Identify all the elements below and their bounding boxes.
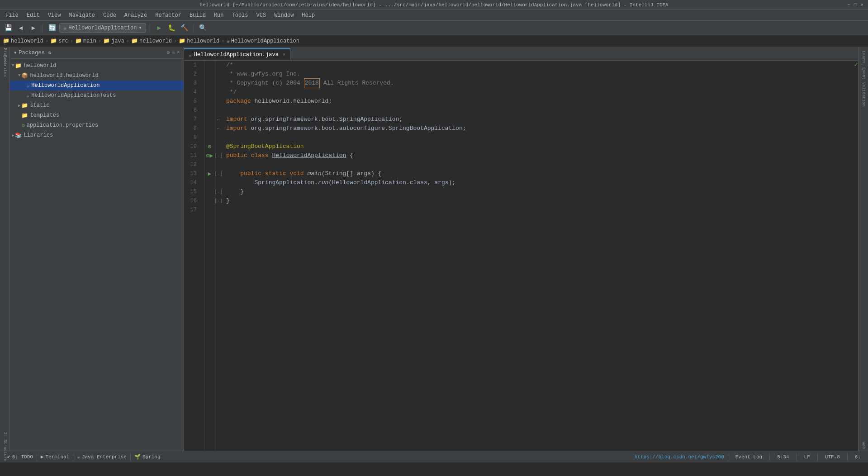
menu-bar: FileEditViewNavigateCodeAnalyzeRefactorB… bbox=[0, 10, 868, 21]
menu-item-file[interactable]: File bbox=[2, 11, 22, 19]
fold-11[interactable]: [-] bbox=[215, 151, 222, 160]
packages-dropdown-icon[interactable]: ▾ bbox=[14, 49, 17, 56]
java-enterprise-label: Java Enterprise bbox=[82, 454, 127, 460]
terminal-btn[interactable]: ▶ Terminal bbox=[37, 451, 73, 462]
save-btn[interactable]: 💾 bbox=[3, 23, 14, 33]
code-line-13: public static void main(String[] args) { bbox=[226, 169, 858, 178]
gutter-14 bbox=[204, 178, 215, 187]
line-sep-indicator[interactable]: LF bbox=[801, 454, 814, 460]
gutter-15 bbox=[204, 187, 215, 196]
build-btn[interactable]: 🔨 bbox=[179, 23, 190, 33]
indent-indicator[interactable]: 6↓ bbox=[851, 454, 864, 460]
menu-item-code[interactable]: Code bbox=[100, 11, 120, 19]
code-editor[interactable]: 1 2 3 4 5 6 7 8 9 10 11 12 13 14 15 16 1… bbox=[184, 61, 858, 451]
tree-label-main-class: HelloworldApplication bbox=[31, 82, 100, 89]
spring-btn[interactable]: 🌱 Spring bbox=[131, 451, 164, 462]
line-num-5: 5 bbox=[184, 97, 200, 106]
token bbox=[226, 178, 254, 187]
minimize-btn[interactable]: − bbox=[847, 2, 850, 8]
tab-main-class[interactable]: ☕ HelloworldApplication.java × bbox=[184, 48, 290, 60]
nav-java[interactable]: 📁 java bbox=[103, 38, 124, 44]
token bbox=[226, 169, 240, 178]
tree-label-helloworld: helloworld bbox=[24, 62, 56, 69]
tree-item-templates[interactable]: ▶ 📁 templates bbox=[10, 110, 184, 120]
gutter-17 bbox=[204, 205, 215, 214]
tree-item-static[interactable]: ▶ 📁 static bbox=[10, 100, 184, 110]
menu-item-tools[interactable]: Tools bbox=[228, 11, 252, 19]
nav-helloworld[interactable]: 📁 helloworld bbox=[3, 38, 43, 44]
nav-java-label: java bbox=[111, 38, 124, 44]
token: org.springframework.boot.autoconfigure.S… bbox=[247, 124, 466, 133]
learn-btn[interactable]: Learn bbox=[860, 49, 867, 65]
menu-item-analyze[interactable]: Analyze bbox=[121, 11, 151, 19]
sync-btn[interactable]: 🔄 bbox=[47, 23, 57, 33]
gutter-5 bbox=[204, 97, 215, 106]
tab-close-icon[interactable]: × bbox=[283, 52, 286, 57]
token: { bbox=[346, 151, 353, 160]
code-content[interactable]: /* * www.gwfys.org Inc. * Copyright (c) … bbox=[222, 61, 858, 451]
fold-14 bbox=[215, 178, 222, 187]
menu-item-window[interactable]: Window bbox=[270, 11, 297, 19]
nav-main[interactable]: 📁 main bbox=[75, 38, 96, 44]
java-test-icon: ☕ bbox=[26, 92, 29, 99]
nav-bar: 📁 helloworld › 📁 src › 📁 main › 📁 java ›… bbox=[0, 35, 868, 47]
folder-icon-5: 📁 bbox=[131, 38, 138, 44]
debug-btn[interactable]: 🐛 bbox=[166, 23, 177, 33]
event-log-btn[interactable]: Event Log bbox=[732, 454, 766, 460]
structure-tool-btn[interactable]: 2: Structure bbox=[1, 443, 9, 451]
nav-file[interactable]: ☕ HelloworldApplication bbox=[227, 38, 299, 44]
toolbar-sep-3 bbox=[194, 24, 194, 33]
menu-item-vcs[interactable]: VCS bbox=[253, 11, 270, 19]
gutter-11[interactable]: ⚙▶ bbox=[204, 151, 215, 160]
position-indicator[interactable]: 5:34 bbox=[773, 454, 792, 460]
gutter-10[interactable]: ⚙ bbox=[204, 142, 215, 151]
collapse-all-icon[interactable]: ⊖ bbox=[166, 49, 170, 56]
tree-item-properties[interactable]: ▶ ⚙ application.properties bbox=[10, 120, 184, 130]
todo-btn[interactable]: ✔ 6: TODO bbox=[4, 451, 37, 462]
nav-src[interactable]: 📁 src bbox=[50, 38, 68, 44]
fold-15[interactable]: [-] bbox=[215, 187, 222, 196]
fold-13[interactable]: [-] bbox=[215, 169, 222, 178]
encoding-indicator[interactable]: UTF-8 bbox=[821, 454, 844, 460]
token-classname: HelloworldApplication bbox=[272, 151, 346, 160]
java-enterprise-icon: ☕ bbox=[77, 454, 80, 460]
gutter-7 bbox=[204, 115, 215, 124]
menu-item-edit[interactable]: Edit bbox=[23, 11, 43, 19]
window-controls[interactable]: − □ × bbox=[847, 2, 863, 8]
maximize-btn[interactable]: □ bbox=[854, 2, 857, 8]
nav-helloworld2[interactable]: 📁 helloworld bbox=[131, 38, 172, 44]
fold-16[interactable]: [-] bbox=[215, 196, 222, 205]
tree-item-helloworld[interactable]: ▼ 📁 helloworld bbox=[10, 61, 184, 71]
gutter-13[interactable]: ▶ bbox=[204, 169, 215, 178]
forward-btn[interactable]: ▶ bbox=[28, 23, 39, 33]
tree-item-package[interactable]: ▼ 📦 helloworld.helloworld bbox=[10, 71, 184, 81]
run-btn[interactable]: ▶ bbox=[154, 23, 165, 33]
tree-item-main-class[interactable]: ☕ HelloworldApplication bbox=[10, 81, 184, 90]
java-enterprise-btn[interactable]: ☕ Java Enterprise bbox=[73, 451, 130, 462]
menu-item-build[interactable]: Build bbox=[186, 11, 209, 19]
fold-1 bbox=[215, 61, 222, 70]
tree-item-test-class[interactable]: ☕ HelloworldApplicationTests bbox=[10, 90, 184, 100]
settings-icon[interactable]: ≡ bbox=[172, 49, 175, 56]
nav-helloworld3[interactable]: 📁 helloworld bbox=[179, 38, 219, 44]
packages-settings-icon[interactable]: ⚙ bbox=[48, 50, 52, 56]
tree-item-libraries[interactable]: ▶ 📚 Libraries bbox=[10, 130, 184, 140]
menu-item-navigate[interactable]: Navigate bbox=[65, 11, 99, 19]
back-btn[interactable]: ◀ bbox=[15, 23, 26, 33]
close-btn[interactable]: × bbox=[860, 2, 863, 8]
search-everywhere-btn[interactable]: 🔍 bbox=[198, 23, 209, 33]
menu-item-view[interactable]: View bbox=[44, 11, 65, 19]
menu-item-help[interactable]: Help bbox=[298, 11, 318, 19]
token: . bbox=[314, 178, 318, 187]
fold-10 bbox=[215, 142, 222, 151]
favorites-tool-btn[interactable]: 2: Favorites bbox=[1, 58, 9, 66]
status-bar: ✔ 6: TODO ▶ Terminal ☕ Java Enterprise 🌱… bbox=[0, 451, 868, 462]
token-fn: main bbox=[308, 169, 322, 178]
menu-item-run[interactable]: Run bbox=[210, 11, 228, 19]
close-panel-icon[interactable]: × bbox=[177, 49, 180, 56]
code-line-12 bbox=[226, 160, 858, 169]
web-btn[interactable]: Web bbox=[860, 440, 867, 451]
menu-item-refactor[interactable]: Refactor bbox=[152, 11, 185, 19]
event-validation-btn[interactable]: Event Validation bbox=[860, 66, 867, 108]
project-selector[interactable]: ☕ HelloworldApplication ▾ bbox=[59, 23, 146, 33]
